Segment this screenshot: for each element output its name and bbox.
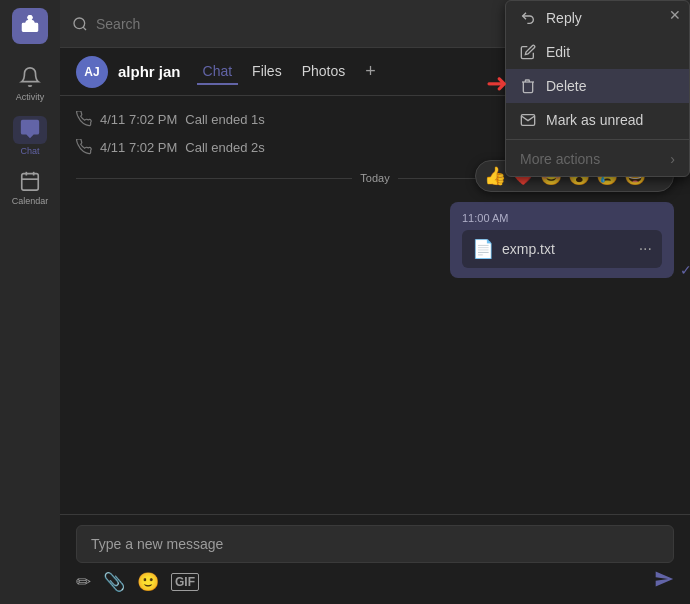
user-name: alphr jan: [118, 63, 181, 80]
file-document-icon: 📄: [472, 238, 494, 260]
arrow-indicator: ➜: [486, 68, 508, 99]
context-menu-more-actions: More actions ›: [506, 142, 689, 176]
message-time: 11:00 AM: [462, 212, 662, 224]
calendar-icon: [19, 170, 41, 194]
message-area: 👍 ❤️ 😊 😮 😢 😆 ··· 11:00 AM 📄 exmp.txt ···: [76, 202, 674, 278]
context-menu-reply[interactable]: Reply: [506, 1, 689, 35]
svg-point-4: [74, 18, 85, 29]
svg-rect-0: [22, 174, 39, 191]
delete-icon: [520, 78, 536, 94]
add-tab-button[interactable]: +: [361, 61, 380, 82]
context-menu-edit[interactable]: Edit: [506, 35, 689, 69]
message-input-area: Type a new message ✏ 📎 🙂 GIF: [60, 514, 690, 604]
reply-icon: [520, 10, 536, 26]
gif-icon[interactable]: GIF: [171, 573, 199, 591]
chat-icon: [13, 116, 47, 144]
call-time-2: 4/11 7:02 PM: [100, 140, 177, 155]
sidebar: Activity Chat Calendar: [0, 0, 60, 604]
emoji-thumbsup[interactable]: 👍: [484, 165, 506, 187]
edit-icon: [520, 44, 536, 60]
activity-icon: [19, 66, 41, 90]
call-time-1: 4/11 7:02 PM: [100, 112, 177, 127]
input-toolbar: ✏ 📎 🙂 GIF: [76, 563, 674, 594]
menu-divider: [506, 139, 689, 140]
phone-icon: [76, 111, 92, 127]
tab-photos[interactable]: Photos: [296, 59, 352, 85]
sidebar-item-activity[interactable]: Activity: [6, 60, 54, 108]
phone-icon: [76, 139, 92, 155]
avatar: AJ: [76, 56, 108, 88]
sidebar-item-calendar[interactable]: Calendar: [6, 164, 54, 212]
format-icon[interactable]: ✏: [76, 571, 91, 593]
file-attachment: 📄 exmp.txt ···: [462, 230, 662, 268]
chevron-right-icon: ›: [670, 151, 675, 167]
context-menu-mark-unread[interactable]: Mark as unread: [506, 103, 689, 137]
file-name: exmp.txt: [502, 241, 555, 257]
mark-unread-icon: [520, 112, 536, 128]
context-menu: ✕ Reply Edit Delete Mark as unread More …: [505, 0, 690, 177]
send-button[interactable]: [654, 569, 674, 594]
close-menu-button[interactable]: ✕: [669, 7, 681, 23]
tab-chat[interactable]: Chat: [197, 59, 239, 85]
search-icon: [72, 16, 88, 32]
message-input[interactable]: Type a new message: [76, 525, 674, 563]
tab-files[interactable]: Files: [246, 59, 288, 85]
header-tabs: Chat Files Photos: [197, 59, 352, 85]
file-more-button[interactable]: ···: [639, 240, 652, 258]
teams-logo: [12, 8, 48, 44]
message-bubble: 👍 ❤️ 😊 😮 😢 😆 ··· 11:00 AM 📄 exmp.txt ···: [450, 202, 674, 278]
call-text-2: Call ended 2s: [185, 140, 265, 155]
file-info: 📄 exmp.txt: [472, 238, 555, 260]
call-text-1: Call ended 1s: [185, 112, 265, 127]
read-receipt: ✓: [680, 262, 690, 278]
sidebar-item-chat[interactable]: Chat: [6, 112, 54, 160]
attach-icon[interactable]: 📎: [103, 571, 125, 593]
emoji-icon[interactable]: 🙂: [137, 571, 159, 593]
context-menu-delete[interactable]: Delete: [506, 69, 689, 103]
